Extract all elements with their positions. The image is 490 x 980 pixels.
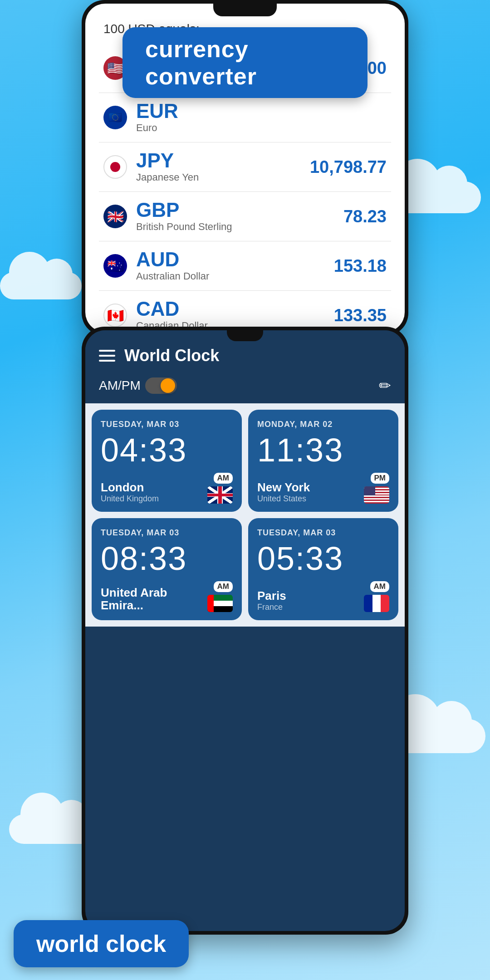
clock-bottom-paris: Paris France AM: [257, 581, 389, 612]
currency-info-aud: AUD Australian Dollar: [136, 250, 334, 282]
flag-aud: 🇦🇺: [103, 254, 127, 278]
clock-location-uae: United Arab Emira...: [101, 586, 207, 612]
currency-code-jpy: JPY: [136, 151, 310, 171]
clock-city-london: London: [101, 481, 159, 494]
currency-info-gbp: GBP British Pound Sterling: [136, 200, 343, 233]
clock-city-uae: United Arab Emira...: [101, 586, 207, 612]
clock-right-newyork: PM: [364, 473, 389, 504]
clock-city-paris: Paris: [257, 589, 286, 603]
ampm-badge-paris: AM: [370, 581, 389, 592]
clock-bottom-uae: United Arab Emira... AM: [101, 581, 233, 612]
clock-bottom-london: London United Kingdom AM: [101, 473, 233, 504]
currency-row-jpy: JPY Japanese Yen 10,798.77: [99, 142, 391, 192]
clock-time-paris: 05:33: [257, 542, 389, 575]
flag-uae: [207, 595, 233, 612]
world-clock-banner-text: world clock: [36, 931, 166, 957]
ampm-badge-london: AM: [214, 473, 233, 484]
hamburger-line-3: [99, 360, 115, 362]
flag-jpy: [103, 155, 127, 179]
currency-converter-banner: currency converter: [122, 27, 368, 98]
clock-date-newyork: MONDAY, MAR 02: [257, 420, 389, 429]
clock-date-paris: TUESDAY, MAR 03: [257, 528, 389, 538]
world-clock-label-banner: world clock: [14, 920, 189, 967]
clock-right-london: AM: [207, 473, 233, 504]
clock-time-uae: 08:33: [101, 542, 233, 575]
world-clock-subheader: AM/PM ✏: [85, 372, 405, 403]
world-clock-screen: World Clock AM/PM ✏ TUESDAY, MAR 03 04:3…: [85, 330, 405, 931]
flag-gbp: 🇬🇧: [103, 205, 127, 228]
currency-value-gbp: 78.23: [343, 207, 387, 226]
currency-row-eur: 🇪🇺 EUR Euro: [99, 93, 391, 142]
hamburger-line-2: [99, 355, 115, 357]
clock-time-newyork: 11:33: [257, 434, 389, 466]
clock-time-london: 04:33: [101, 434, 233, 466]
clock-location-london: London United Kingdom: [101, 481, 159, 504]
flag-paris: [364, 595, 389, 612]
currency-name-eur: Euro: [136, 122, 387, 134]
currency-code-aud: AUD: [136, 250, 334, 270]
edit-icon[interactable]: ✏: [379, 377, 391, 394]
clock-country-paris: France: [257, 603, 286, 612]
currency-row-cad: 🇨🇦 CAD Canadian Dollar 133.35: [99, 291, 391, 332]
currency-code-gbp: GBP: [136, 200, 343, 220]
phone-notch-top: [213, 4, 277, 16]
flag-cad: 🇨🇦: [103, 304, 127, 327]
ampm-toggle-switch[interactable]: [145, 377, 177, 394]
ampm-label: AM/PM: [99, 378, 141, 393]
currency-info-jpy: JPY Japanese Yen: [136, 151, 310, 183]
clock-country-newyork: United States: [257, 494, 310, 504]
currency-code-eur: EUR: [136, 101, 387, 121]
hamburger-menu-button[interactable]: [99, 350, 115, 362]
currency-row-aud: 🇦🇺 AUD Australian Dollar 153.18: [99, 241, 391, 291]
clock-country-london: United Kingdom: [101, 494, 159, 504]
world-clock-content: World Clock AM/PM ✏ TUESDAY, MAR 03 04:3…: [85, 330, 405, 931]
phone-notch-bottom: [227, 330, 263, 341]
clock-date-uae: TUESDAY, MAR 03: [101, 528, 233, 538]
flag-newyork: [364, 486, 389, 504]
clock-date-london: TUESDAY, MAR 03: [101, 420, 233, 429]
currency-name-aud: Australian Dollar: [136, 270, 334, 282]
clock-bottom-newyork: New York United States PM: [257, 473, 389, 504]
currency-value-aud: 153.18: [334, 256, 387, 276]
currency-name-gbp: British Pound Sterling: [136, 221, 343, 233]
currency-value-jpy: 10,798.77: [310, 157, 387, 177]
currency-info-eur: EUR Euro: [136, 101, 387, 134]
currency-row-gbp: 🇬🇧 GBP British Pound Sterling 78.23: [99, 192, 391, 241]
clock-right-paris: AM: [364, 581, 389, 612]
clock-card-uae[interactable]: TUESDAY, MAR 03 08:33 United Arab Emira.…: [92, 518, 242, 620]
clock-card-london[interactable]: TUESDAY, MAR 03 04:33 London United King…: [92, 410, 242, 512]
ampm-toggle-group: AM/PM: [99, 377, 177, 394]
currency-banner-text: currency converter: [145, 36, 257, 89]
ampm-badge-uae: AM: [214, 581, 233, 592]
flag-eur: 🇪🇺: [103, 106, 127, 129]
cloud-decoration-2: [0, 272, 82, 299]
currency-value-cad: 133.35: [334, 306, 387, 325]
currency-code-cad: CAD: [136, 299, 334, 319]
flag-london: [207, 486, 233, 504]
clock-grid: TUESDAY, MAR 03 04:33 London United King…: [85, 403, 405, 627]
toggle-thumb: [161, 378, 175, 393]
clock-card-newyork[interactable]: MONDAY, MAR 02 11:33 New York United Sta…: [248, 410, 398, 512]
clock-card-paris[interactable]: TUESDAY, MAR 03 05:33 Paris France AM: [248, 518, 398, 620]
clock-location-newyork: New York United States: [257, 481, 310, 504]
world-clock-title: World Clock: [124, 346, 219, 365]
clock-city-newyork: New York: [257, 481, 310, 494]
ampm-badge-newyork: PM: [371, 473, 390, 484]
clock-location-paris: Paris France: [257, 589, 286, 612]
hamburger-line-1: [99, 350, 115, 352]
currency-name-jpy: Japanese Yen: [136, 172, 310, 183]
world-clock-phone: World Clock AM/PM ✏ TUESDAY, MAR 03 04:3…: [82, 327, 408, 935]
clock-right-uae: AM: [207, 581, 233, 612]
